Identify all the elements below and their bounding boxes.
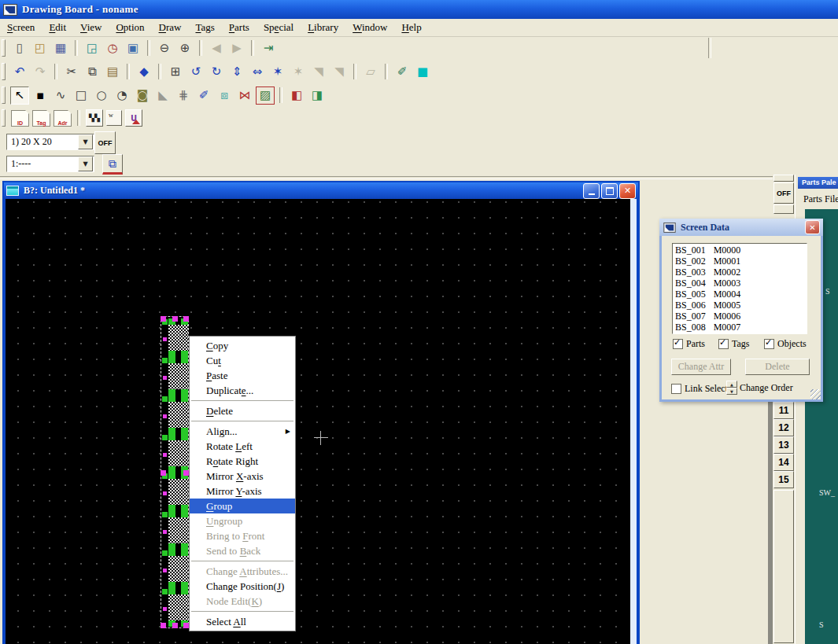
switch-part[interactable] [168, 434, 188, 473]
selection-handle[interactable] [172, 316, 178, 322]
switch-part[interactable] [168, 357, 188, 396]
checkbox-box[interactable] [718, 339, 729, 349]
zoom-in-icon[interactable]: ⊕ [175, 39, 194, 57]
menu-window[interactable]: Window [345, 20, 394, 35]
cut-icon[interactable]: ✂ [62, 63, 81, 81]
screen-select-combo[interactable]: 1:---- ▼ [6, 156, 94, 172]
context-item-rotate-right[interactable]: Rotate Right [190, 454, 295, 469]
polygon-tool-icon[interactable]: ◣ [153, 86, 172, 105]
selected-parts-group[interactable] [161, 316, 189, 628]
switch-part[interactable] [168, 588, 188, 627]
id-page-icon[interactable]: ID [11, 110, 29, 127]
context-item-mirror-y-axis[interactable]: Mirror Y-axis [190, 484, 295, 499]
part-button-12[interactable]: 12 [773, 419, 794, 436]
open-file-icon[interactable]: ◰ [31, 39, 50, 57]
maximize-button[interactable] [601, 183, 618, 199]
color-swatch-icon[interactable]: ■ [413, 63, 432, 81]
switch-part[interactable] [168, 511, 188, 550]
objects-checkbox[interactable]: Objects [764, 338, 807, 350]
context-item-duplicate[interactable]: Duplicate... [190, 383, 295, 398]
context-item-align[interactable]: Align...▶ [190, 424, 295, 439]
parts-off-button[interactable]: OFF [773, 182, 794, 204]
parts-checkbox[interactable]: Parts [673, 338, 705, 350]
screen-data-titlebar[interactable]: Screen Data ✕ [659, 219, 823, 236]
context-item-mirror-x-axis[interactable]: Mirror X-axis [190, 469, 295, 484]
context-item-change-position-j[interactable]: Change Position(J) [190, 579, 295, 594]
screen-data-row[interactable]: BS_003M0002 [675, 267, 807, 278]
spinner-up-icon[interactable]: ▲ [726, 381, 737, 388]
menu-view[interactable]: View [73, 20, 109, 35]
duplicate-icon[interactable]: ⊞ [166, 63, 185, 81]
pattern-icon[interactable]: ▚▚ [86, 109, 103, 127]
close-icon[interactable]: ✕ [619, 183, 636, 199]
selection-handle[interactable] [161, 316, 166, 322]
screen-data-row[interactable]: BS_002M0001 [675, 256, 807, 267]
ellipse-tool-icon[interactable]: ○ [92, 86, 111, 105]
selection-handle[interactable] [183, 623, 189, 628]
rectangle-tool-icon[interactable]: □ [72, 86, 90, 105]
rotate-right-icon[interactable]: ↻ [207, 63, 226, 81]
new-file-icon[interactable]: ▯ [10, 39, 29, 57]
partial-button[interactable] [773, 175, 794, 182]
screen-data-row[interactable]: BS_008M0007 [675, 322, 807, 333]
picture-u-icon[interactable]: U [125, 109, 142, 127]
fill-tool-icon[interactable]: ◙ [133, 86, 152, 105]
app-titlebar[interactable]: Drawing Board - noname [0, 0, 838, 19]
polyline-tool-icon[interactable]: ∿ [51, 86, 70, 105]
display-off-button[interactable]: OFF [94, 131, 116, 154]
menu-tags[interactable]: Tags [188, 20, 221, 35]
resize-grip[interactable] [810, 389, 821, 399]
parts-palette-titlebar[interactable]: Parts Pale [798, 177, 838, 189]
test-pen-icon[interactable]: ✐ [393, 63, 412, 81]
adr-page-icon[interactable]: Adr [54, 110, 72, 127]
screen-data-row[interactable]: BS_001M0000 [675, 245, 807, 256]
menu-screen[interactable]: Screen [0, 20, 42, 35]
drawing-canvas[interactable] [6, 199, 630, 644]
part-button-14[interactable]: 14 [773, 454, 794, 471]
box3d-green-icon[interactable]: ◨ [308, 86, 327, 105]
minimize-button[interactable] [583, 183, 600, 199]
paste-icon[interactable]: ▤ [103, 63, 122, 81]
menu-draw[interactable]: Draw [152, 20, 189, 35]
context-item-rotate-left[interactable]: Rotate Left [190, 439, 295, 454]
copy-icon[interactable]: ⧉ [83, 63, 102, 81]
close-icon[interactable]: ✕ [805, 220, 820, 234]
checkbox-box[interactable] [673, 339, 683, 349]
spinner-down-icon[interactable]: ▼ [726, 388, 737, 395]
link-select-checkbox[interactable]: Link Select [671, 383, 728, 395]
flip-vertical-icon[interactable]: ⇕ [227, 63, 246, 81]
image-tool-icon[interactable]: ▨ [256, 86, 275, 105]
switch-part[interactable] [168, 396, 188, 434]
menu-parts[interactable]: Parts [222, 20, 257, 35]
save-icon[interactable]: ▦ [51, 39, 70, 57]
zoom-out-icon[interactable]: ⊖ [155, 39, 174, 57]
transfer-icon[interactable]: ▣ [124, 39, 142, 57]
drawing-window-titlebar[interactable]: B?: Untitled1 * ✕ [4, 182, 638, 199]
part-button-11[interactable]: 11 [773, 402, 794, 419]
switch-part[interactable] [168, 550, 188, 588]
arc-tool-icon[interactable]: ◔ [113, 86, 131, 105]
selection-handle[interactable] [161, 470, 166, 476]
screen-data-row[interactable]: BS_005M0004 [675, 289, 807, 300]
screen-data-list[interactable]: BS_001M0000BS_002M0001BS_003M0002BS_004M… [672, 243, 807, 334]
selection-handle[interactable] [183, 470, 189, 476]
selection-handle[interactable] [172, 623, 178, 628]
download-screen-icon[interactable]: ◲ [83, 39, 102, 57]
shrink-icon[interactable]: ✶ [268, 63, 287, 81]
tags-checkbox[interactable]: Tags [718, 338, 750, 350]
menu-library[interactable]: Library [301, 20, 345, 35]
menu-edit[interactable]: Edit [42, 20, 73, 35]
tag-page-icon[interactable]: Tag [32, 110, 50, 127]
scale-tool-icon[interactable]: ⋕ [174, 86, 193, 105]
context-item-select-all[interactable]: Select All [190, 614, 295, 629]
eraser-icon[interactable]: ◆ [135, 63, 153, 81]
point-tool-icon[interactable]: ▪ [31, 86, 50, 105]
switch-part[interactable] [168, 318, 188, 357]
undo-icon[interactable]: ↶ [10, 63, 29, 81]
parts-file-label[interactable]: Parts File [803, 193, 838, 205]
flip-horizontal-icon[interactable]: ⇔ [248, 63, 267, 81]
part-button-15[interactable]: 15 [773, 471, 794, 488]
switch-part[interactable] [168, 473, 188, 511]
context-item-group[interactable]: Group [190, 499, 295, 513]
checkbox-box[interactable] [764, 339, 774, 349]
